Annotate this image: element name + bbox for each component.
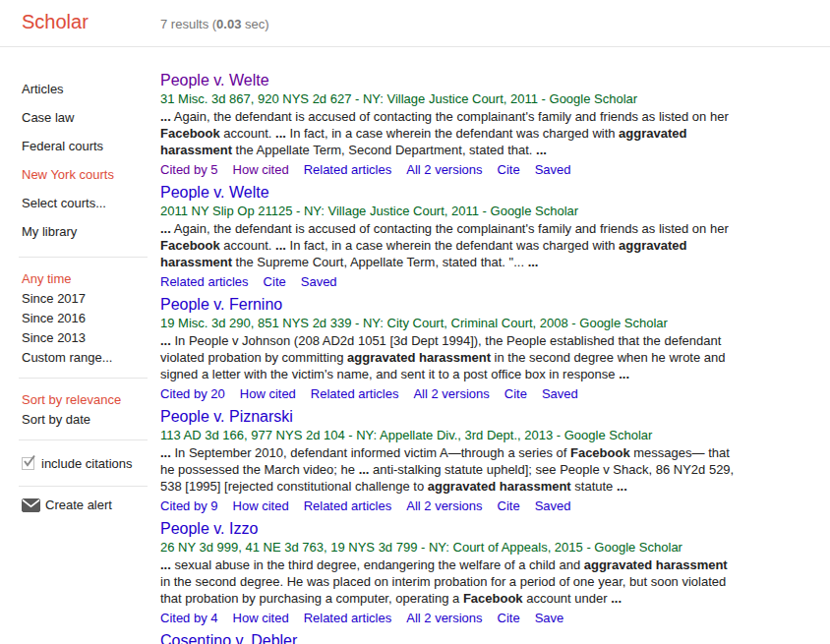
sidebar-divider: [19, 378, 148, 379]
search-result: People v. Piznarski113 AD 3d 166, 977 NY…: [160, 407, 735, 514]
results-list: People v. Welte31 Misc. 3d 867, 920 NYS …: [160, 47, 750, 644]
result-action-cite[interactable]: Cite: [498, 162, 520, 177]
search-result: People v. Izzo26 NY 3d 999, 41 NE 3d 763…: [160, 519, 735, 626]
result-action-save[interactable]: Save: [535, 611, 564, 625]
create-alert-button[interactable]: Create alert: [22, 498, 160, 512]
result-snippet: ... In September 2010, defendant informe…: [160, 444, 735, 495]
sidebar-divider: [19, 439, 148, 440]
result-title-link[interactable]: People v. Fernino: [160, 295, 282, 315]
result-action-all-2-versions[interactable]: All 2 versions: [406, 162, 482, 177]
result-title-link[interactable]: People v. Izzo: [160, 519, 258, 539]
sidebar-item-select-courts[interactable]: Select courts...: [22, 189, 160, 217]
result-citation: 2011 NY Slip Op 21125 - NY: Village Just…: [160, 204, 735, 219]
sidebar-item-federal-courts[interactable]: Federal courts: [22, 132, 160, 160]
result-actions: Related articlesCiteSaved: [160, 273, 735, 290]
sidebar-item-my-library[interactable]: My library: [22, 217, 160, 246]
result-title-link[interactable]: People v. Piznarski: [160, 407, 293, 427]
result-action-cite[interactable]: Cite: [498, 498, 520, 513]
result-citation: 31 Misc. 3d 867, 920 NYS 2d 627 - NY: Vi…: [160, 91, 735, 107]
scholar-logo[interactable]: Scholar: [22, 11, 89, 33]
result-action-cited-by-9[interactable]: Cited by 9: [160, 498, 218, 513]
result-action-cited-by-4[interactable]: Cited by 4: [160, 611, 218, 625]
content: ArticlesCase lawFederal courtsNew York c…: [0, 47, 830, 644]
result-title-link[interactable]: People v. Welte: [160, 183, 269, 203]
search-result: People v. Fernino19 Misc. 3d 290, 851 NY…: [160, 295, 735, 402]
search-result: People v. Welte31 Misc. 3d 867, 920 NYS …: [160, 71, 735, 178]
include-citations-checkbox[interactable]: [22, 457, 34, 470]
result-citation: 113 AD 3d 166, 977 NYS 2d 104 - NY: Appe…: [160, 428, 735, 443]
results-stats-prefix: 7 results (: [160, 17, 216, 31]
result-snippet: ... Again, the defendant is accused of c…: [160, 220, 735, 270]
results-stats: 7 results (0.03 sec): [160, 17, 269, 31]
result-citation: 26 NY 3d 999, 41 NE 3d 763, 19 NYS 3d 79…: [160, 540, 735, 556]
sidebar: ArticlesCase lawFederal courtsNew York c…: [0, 47, 160, 644]
sidebar-item-new-york-courts[interactable]: New York courts: [22, 160, 160, 189]
result-action-cited-by-20[interactable]: Cited by 20: [160, 386, 225, 401]
sidebar-sort-options: Sort by relevanceSort by date: [22, 389, 160, 429]
sidebar-time-filters: Any timeSince 2017Since 2016Since 2013Cu…: [22, 268, 160, 367]
result-action-how-cited[interactable]: How cited: [233, 611, 289, 625]
result-action-related-articles[interactable]: Related articles: [304, 162, 392, 177]
sidebar-item-custom-range[interactable]: Custom range...: [22, 347, 160, 367]
sidebar-divider: [19, 486, 148, 487]
sidebar-item-sort-by-date[interactable]: Sort by date: [22, 409, 160, 429]
sidebar-item-any-time[interactable]: Any time: [22, 268, 160, 288]
result-title-link[interactable]: People v. Welte: [160, 71, 269, 90]
result-actions: Cited by 4How citedRelated articlesAll 2…: [160, 610, 735, 626]
result-snippet: ... sexual abuse in the third degree, en…: [160, 556, 735, 607]
include-citations-label: include citations: [41, 456, 133, 471]
search-result: Cosentino v. Debler: [160, 631, 735, 644]
envelope-icon: [22, 498, 40, 512]
result-actions: Cited by 20How citedRelated articlesAll …: [160, 385, 735, 402]
result-action-saved[interactable]: Saved: [535, 498, 571, 513]
create-alert-label: Create alert: [45, 498, 112, 512]
sidebar-item-since-2013[interactable]: Since 2013: [22, 327, 160, 347]
sidebar-item-since-2016[interactable]: Since 2016: [22, 308, 160, 327]
result-actions: Cited by 5How citedRelated articlesAll 2…: [160, 161, 735, 178]
sidebar-divider: [19, 257, 148, 258]
result-action-saved[interactable]: Saved: [301, 274, 337, 289]
result-citation: 19 Misc. 3d 290, 851 NYS 2d 339 - NY: Ci…: [160, 316, 735, 331]
sidebar-item-sort-by-relevance[interactable]: Sort by relevance: [22, 389, 160, 409]
sidebar-item-articles[interactable]: Articles: [22, 75, 160, 103]
sidebar-item-case-law[interactable]: Case law: [22, 103, 160, 132]
result-action-cite[interactable]: Cite: [504, 386, 527, 401]
result-action-cited-by-5[interactable]: Cited by 5: [160, 162, 218, 177]
result-action-how-cited[interactable]: How cited: [233, 162, 289, 177]
result-action-cite[interactable]: Cite: [498, 611, 520, 625]
results-stats-suffix: sec): [241, 17, 268, 31]
results-stats-time: 0.03: [216, 17, 241, 31]
result-action-all-2-versions[interactable]: All 2 versions: [406, 611, 482, 625]
result-action-related-articles[interactable]: Related articles: [311, 386, 399, 401]
result-action-cite[interactable]: Cite: [264, 274, 286, 289]
result-action-saved[interactable]: Saved: [535, 162, 571, 177]
include-citations-option[interactable]: include citations: [22, 451, 160, 475]
result-action-all-2-versions[interactable]: All 2 versions: [413, 386, 489, 401]
result-action-related-articles[interactable]: Related articles: [304, 611, 392, 625]
sidebar-item-since-2017[interactable]: Since 2017: [22, 288, 160, 308]
search-result: People v. Welte2011 NY Slip Op 21125 - N…: [160, 183, 735, 290]
result-actions: Cited by 9How citedRelated articlesAll 2…: [160, 498, 735, 514]
result-title-link[interactable]: Cosentino v. Debler: [160, 631, 297, 644]
result-action-how-cited[interactable]: How cited: [233, 498, 289, 513]
result-snippet: ... In People v Johnson (208 AD2d 1051 […: [160, 332, 735, 382]
header: Scholar 7 results (0.03 sec): [0, 0, 830, 47]
result-action-related-articles[interactable]: Related articles: [304, 498, 392, 513]
result-action-all-2-versions[interactable]: All 2 versions: [406, 498, 482, 513]
sidebar-court-filters: ArticlesCase lawFederal courtsNew York c…: [22, 75, 160, 246]
checkmark-icon: [23, 454, 36, 468]
result-snippet: ... Again, the defendant is accused of c…: [160, 108, 735, 158]
result-action-related-articles[interactable]: Related articles: [160, 274, 249, 289]
result-action-saved[interactable]: Saved: [542, 386, 578, 401]
result-action-how-cited[interactable]: How cited: [240, 386, 296, 401]
